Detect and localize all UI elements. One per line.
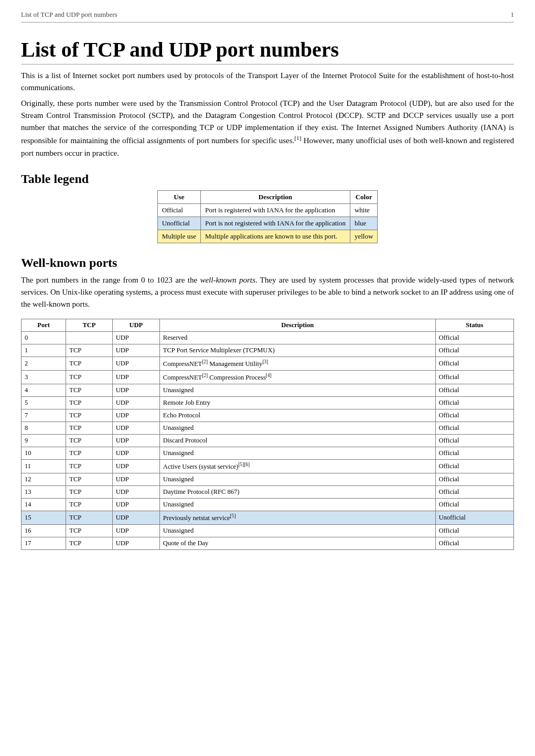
legend-row: Multiple useMultiple applications are kn…: [157, 230, 378, 243]
citation: [3]: [262, 359, 268, 364]
ports-cell-port: 14: [22, 498, 66, 511]
ports-cell-tcp: TCP: [66, 357, 112, 370]
ports-cell-tcp: TCP: [66, 447, 112, 459]
ports-cell-status: Official: [435, 357, 513, 370]
ports-cell-desc: Remote Job Entry: [159, 396, 435, 409]
wellknown-text-a: The port numbers in the range from 0 to …: [21, 276, 200, 284]
legend-heading: Table legend: [21, 172, 514, 186]
ports-cell-udp: UDP: [112, 409, 159, 422]
ports-row: 11TCPUDPActive Users (systat service)[5]…: [22, 459, 514, 473]
ports-cell-udp: UDP: [112, 384, 159, 396]
ports-cell-tcp: TCP: [66, 434, 112, 447]
ports-cell-status: Official: [435, 485, 513, 498]
ports-cell-udp: UDP: [112, 459, 159, 473]
ports-cell-desc: Discard Protocol: [159, 434, 435, 447]
ports-cell-desc: CompressNET[2] Compression Process[4]: [159, 370, 435, 384]
ports-cell-desc: Active Users (systat service)[5][6]: [159, 459, 435, 473]
citation: [5][6]: [238, 462, 250, 467]
ports-cell-port: 10: [22, 447, 66, 459]
legend-table: Use Description Color OfficialPort is re…: [157, 190, 378, 243]
legend-cell-use: Official: [157, 203, 200, 217]
ports-cell-tcp: TCP: [66, 498, 112, 511]
ports-cell-udp: UDP: [112, 473, 159, 485]
ports-cell-tcp: TCP: [66, 511, 112, 524]
legend-cell-desc: Port is not registered with IANA for the…: [201, 217, 350, 230]
ports-row: 13TCPUDPDaytime Protocol (RFC 867)Offici…: [22, 485, 514, 498]
header-title: List of TCP and UDP port numbers: [21, 10, 117, 19]
ports-cell-port: 15: [22, 511, 66, 524]
legend-cell-color: white: [350, 203, 377, 217]
ports-cell-udp: UDP: [112, 498, 159, 511]
ports-col-port: Port: [22, 319, 66, 331]
ports-cell-tcp: TCP: [66, 370, 112, 384]
ports-cell-udp: UDP: [112, 434, 159, 447]
ports-row: 5TCPUDPRemote Job EntryOfficial: [22, 396, 514, 409]
ports-row: 14TCPUDPUnassignedOfficial: [22, 498, 514, 511]
ports-cell-port: 5: [22, 396, 66, 409]
document-title: List of TCP and UDP port numbers: [21, 37, 514, 64]
citation: [2]: [202, 359, 208, 364]
ports-cell-port: 13: [22, 485, 66, 498]
ports-cell-port: 11: [22, 459, 66, 473]
legend-cell-color: blue: [350, 217, 377, 230]
legend-cell-color: yellow: [350, 230, 377, 243]
ports-cell-status: Official: [435, 396, 513, 409]
wellknown-text-italic: well-known ports: [200, 276, 255, 284]
ports-cell-udp: UDP: [112, 331, 159, 344]
ports-cell-port: 17: [22, 537, 66, 550]
wellknown-heading: Well-known ports: [21, 256, 514, 270]
ports-cell-udp: UDP: [112, 447, 159, 459]
citation: [2]: [202, 373, 208, 378]
ports-row: 4TCPUDPUnassignedOfficial: [22, 384, 514, 396]
ports-cell-status: Official: [435, 384, 513, 396]
ports-cell-udp: UDP: [112, 357, 159, 370]
ports-cell-port: 8: [22, 422, 66, 434]
ports-cell-udp: UDP: [112, 344, 159, 357]
ports-cell-tcp: TCP: [66, 537, 112, 550]
ports-cell-status: Official: [435, 370, 513, 384]
ports-cell-status: Official: [435, 422, 513, 434]
ports-row: 0UDPReservedOfficial: [22, 331, 514, 344]
ports-cell-udp: UDP: [112, 370, 159, 384]
ports-cell-port: 7: [22, 409, 66, 422]
page-header: List of TCP and UDP port numbers 1: [21, 10, 514, 23]
ports-cell-udp: UDP: [112, 537, 159, 550]
ports-cell-status: Official: [435, 498, 513, 511]
ports-cell-status: Official: [435, 344, 513, 357]
ports-row: 15TCPUDPPreviously netstat service[5]Uno…: [22, 511, 514, 524]
ports-cell-status: Official: [435, 409, 513, 422]
legend-header-row: Use Description Color: [157, 190, 378, 203]
ports-header-row: Port TCP UDP Description Status: [22, 319, 514, 331]
legend-cell-desc: Multiple applications are known to use t…: [201, 230, 350, 243]
ports-col-udp: UDP: [112, 319, 159, 331]
ports-cell-desc: Reserved: [159, 331, 435, 344]
ports-cell-tcp: TCP: [66, 409, 112, 422]
ports-cell-tcp: TCP: [66, 485, 112, 498]
ports-row: 12TCPUDPUnassignedOfficial: [22, 473, 514, 485]
ports-cell-desc: Unassigned: [159, 384, 435, 396]
ports-cell-port: 0: [22, 331, 66, 344]
citation-1: [1]: [294, 135, 301, 141]
citation: [5]: [230, 513, 236, 519]
ports-cell-tcp: TCP: [66, 344, 112, 357]
ports-cell-port: 16: [22, 525, 66, 537]
legend-cell-use: Multiple use: [157, 230, 200, 243]
ports-cell-udp: UDP: [112, 396, 159, 409]
ports-cell-status: Official: [435, 473, 513, 485]
legend-col-color: Color: [350, 190, 377, 203]
legend-cell-desc: Port is registered with IANA for the app…: [201, 203, 350, 217]
ports-cell-tcp: [66, 331, 112, 344]
ports-cell-udp: UDP: [112, 485, 159, 498]
legend-row: OfficialPort is registered with IANA for…: [157, 203, 378, 217]
ports-row: 16TCPUDPUnassignedOfficial: [22, 525, 514, 537]
ports-cell-tcp: TCP: [66, 396, 112, 409]
ports-cell-port: 12: [22, 473, 66, 485]
ports-cell-port: 2: [22, 357, 66, 370]
ports-cell-udp: UDP: [112, 422, 159, 434]
wellknown-text: The port numbers in the range from 0 to …: [21, 274, 514, 311]
ports-cell-status: Official: [435, 331, 513, 344]
legend-cell-use: Unofficial: [157, 217, 200, 230]
ports-cell-desc: CompressNET[2] Management Utility[3]: [159, 357, 435, 370]
ports-cell-desc: Unassigned: [159, 447, 435, 459]
ports-cell-status: Official: [435, 537, 513, 550]
